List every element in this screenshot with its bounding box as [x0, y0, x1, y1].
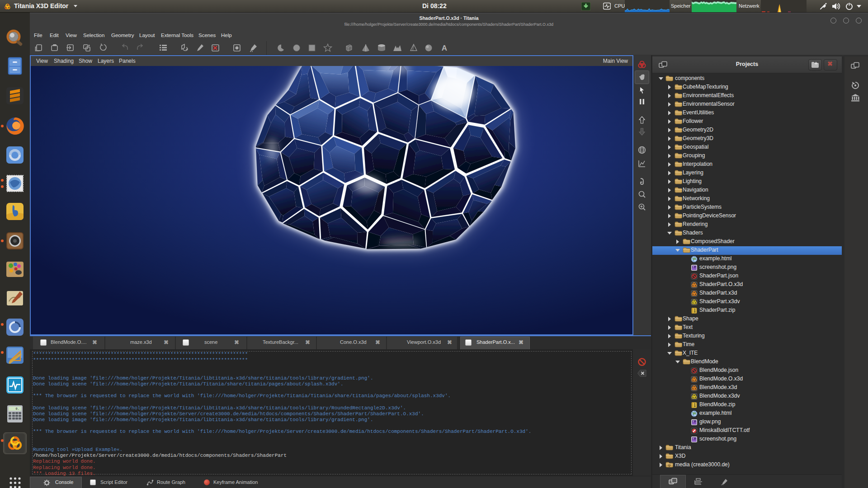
svg-text:A: A: [442, 44, 447, 52]
svg-text:0.: 0.: [16, 407, 19, 411]
